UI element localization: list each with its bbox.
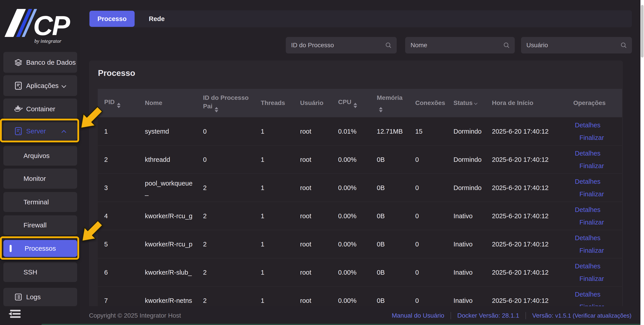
sort-icon[interactable] [379, 107, 382, 112]
tab-processo[interactable]: Processo [90, 11, 134, 27]
cell-cpu: 0.00% [338, 146, 377, 173]
filter-chevron-icon[interactable] [474, 101, 478, 105]
cell-status: Dormindo [454, 146, 492, 173]
detalhes-link[interactable]: Detalhes [575, 233, 600, 242]
server-rack-icon [14, 127, 22, 135]
sort-icon[interactable] [117, 103, 120, 108]
search-icon[interactable] [620, 42, 627, 49]
sidebar-item-container[interactable]: Container [3, 99, 77, 119]
sidebar-item-label: Arquivos [24, 152, 50, 160]
manual-link[interactable]: Manual do Usuário [392, 312, 444, 319]
col-status: Status [454, 99, 492, 107]
cell-inicio: 2025-6-20 17:40:12 [492, 117, 557, 145]
sidebar-item-aplicacoes[interactable]: Aplicações [3, 75, 77, 96]
cell-ppid: 2 [203, 202, 261, 230]
table-header: PID Nome ID do Processo Pai Threads Usuá… [98, 89, 622, 117]
search-nome-input[interactable] [410, 42, 503, 49]
detalhes-link[interactable]: Detalhes [575, 290, 600, 299]
cell-usuario: root [300, 230, 338, 258]
detalhes-link[interactable]: Detalhes [575, 177, 600, 186]
cell-ppid: 2 [203, 258, 261, 286]
finalizar-link[interactable]: Finalizar [580, 246, 604, 255]
col-threads: Threads [261, 99, 300, 107]
detalhes-link[interactable]: Detalhes [575, 262, 600, 271]
cell-operations: Detalhes Finalizar [557, 286, 622, 306]
finalizar-link[interactable]: Finalizar [580, 218, 604, 227]
finalizar-link[interactable]: Finalizar [580, 190, 604, 199]
finalizar-link[interactable]: Finalizar [580, 133, 604, 142]
sidebar-item-label: Firewall [24, 221, 46, 229]
cell-usuario: root [300, 202, 338, 230]
search-usuario-field [521, 37, 632, 54]
sidebar-item-arquivos[interactable]: Arquivos [3, 146, 77, 166]
cell-memoria: 0B [377, 146, 415, 173]
finalizar-link[interactable]: Finalizar [580, 161, 604, 170]
cell-usuario: root [300, 258, 338, 286]
version-link[interactable]: Versão:v1.5.1 (Verificar atualizações) [532, 312, 632, 319]
cell-ppid: 2 [203, 174, 261, 202]
sort-icon[interactable] [354, 103, 357, 108]
cell-nome: kworker/R-slub_ [145, 258, 203, 286]
scrollbar-thumb[interactable] [641, 5, 644, 58]
detalhes-link[interactable]: Detalhes [575, 205, 600, 214]
sidebar-item-processos-active[interactable]: Processos [3, 240, 77, 257]
cell-nome: kworker/R-rcu_g [145, 202, 203, 230]
cell-status: Dormindo [454, 117, 492, 145]
search-nome-field [405, 37, 515, 54]
footer-links: Manual do Usuário Docker Versão: 28.1.1 … [392, 312, 632, 319]
footer-divider [526, 312, 526, 319]
cell-inicio: 2025-6-20 17:40:12 [492, 174, 557, 202]
finalizar-link[interactable]: Finalizar [580, 302, 604, 306]
sidebar-item-server[interactable]: Server [3, 122, 77, 140]
sidebar-item-banco-de-dados[interactable]: Banco de Dados [3, 52, 77, 73]
cell-cpu: 0.00% [338, 230, 377, 258]
cell-conexoes: 0 [415, 258, 454, 286]
detalhes-link[interactable]: Detalhes [575, 121, 600, 130]
table-row: 6 kworker/R-slub_ 2 1 root 0.00% 0B 0 In… [98, 258, 622, 286]
sidebar-item-terminal[interactable]: Terminal [3, 192, 77, 212]
page-title: Processo [98, 69, 135, 78]
cell-conexoes: 0 [415, 202, 454, 230]
search-pid-input[interactable] [291, 42, 385, 49]
sidebar-item-label: Aplicações [26, 82, 58, 90]
cell-status: Inativo [454, 286, 492, 306]
cell-pid: 5 [104, 230, 145, 258]
sidebar: CP by integrator Banco de Dados Aplicaçõ… [0, 0, 80, 325]
cell-cpu: 0.00% [338, 202, 377, 230]
search-icon[interactable] [503, 42, 510, 49]
layers-icon [14, 59, 22, 66]
table-body: 1 systemd 0 1 root 0.01% 12.71MB 15 Dorm… [98, 117, 622, 306]
sidebar-item-logs[interactable]: Logs [3, 288, 77, 306]
sidebar-item-ssh[interactable]: SSH [3, 262, 77, 282]
finalizar-link[interactable]: Finalizar [580, 274, 604, 283]
cell-operations: Detalhes Finalizar [557, 202, 622, 230]
cell-threads: 1 [261, 258, 300, 286]
tab-rede[interactable]: Rede [134, 11, 179, 27]
cell-pid: 2 [104, 146, 145, 173]
collapse-sidebar-button[interactable] [8, 309, 20, 319]
cell-status: Inativo [454, 258, 492, 286]
col-conexoes: Conexões [415, 99, 454, 107]
cell-operations: Detalhes Finalizar [557, 258, 622, 286]
sidebar-item-firewall[interactable]: Firewall [3, 215, 77, 235]
search-usuario-input[interactable] [526, 42, 620, 49]
cell-threads: 1 [261, 230, 300, 258]
search-icon[interactable] [385, 42, 392, 49]
cell-status: Inativo [454, 202, 492, 230]
vertical-scrollbar[interactable] [640, 0, 644, 325]
cell-cpu: 0.00% [338, 258, 377, 286]
app-logo: CP by integrator [0, 7, 80, 44]
cell-usuario: root [300, 174, 338, 202]
active-indicator-bar [10, 245, 12, 252]
detalhes-link[interactable]: Detalhes [575, 149, 600, 158]
cell-usuario: root [300, 286, 338, 306]
docker-version-link[interactable]: Docker Versão: 28.1.1 [457, 312, 519, 319]
sidebar-item-label: SSH [24, 268, 37, 276]
cell-memoria: 0B [377, 202, 415, 230]
cell-ppid: 0 [203, 146, 261, 173]
logs-icon [14, 293, 22, 300]
cell-ppid: 2 [203, 286, 261, 306]
sort-icon[interactable] [215, 107, 218, 112]
cell-inicio: 2025-6-20 17:40:12 [492, 146, 557, 173]
sidebar-item-monitor[interactable]: Monitor [3, 169, 77, 189]
